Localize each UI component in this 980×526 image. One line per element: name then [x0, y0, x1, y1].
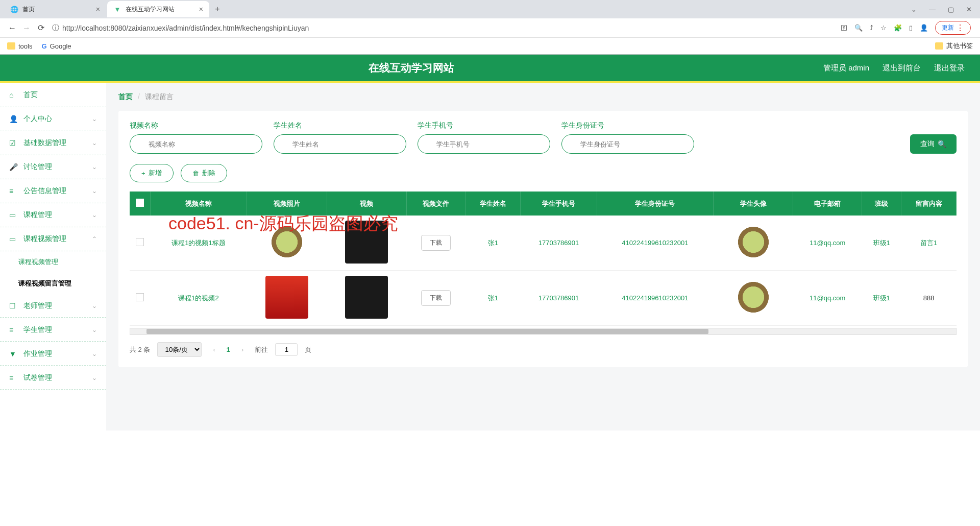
logout-link[interactable]: 退出登录 [934, 63, 965, 73]
logout-front-link[interactable]: 退出到前台 [883, 63, 921, 73]
chevron-down-icon: ⌄ [92, 139, 97, 147]
table-row: 课程1的视频1标题 下载 张1 17703786901 410224199610… [130, 216, 957, 271]
list-icon: ≡ [9, 187, 18, 195]
breadcrumb: 首页 / 课程留言 [118, 92, 968, 102]
share-icon[interactable]: ⤴ [870, 24, 873, 32]
breadcrumb-home[interactable]: 首页 [118, 92, 133, 101]
vue-icon: ▼ [113, 5, 121, 13]
user-icon: 👤 [9, 115, 18, 123]
dropdown-icon[interactable]: ⌄ [911, 6, 917, 13]
add-button[interactable]: +新增 [130, 164, 174, 182]
total-count: 共 2 条 [130, 345, 150, 354]
student-phone-input[interactable] [418, 134, 550, 154]
mic-icon: 🎤 [9, 163, 18, 171]
list-icon: ≡ [9, 326, 18, 334]
header-actions: 管理员 admin 退出到前台 退出登录 [823, 63, 980, 73]
minimize-icon[interactable]: — [929, 6, 936, 13]
avatar-thumb[interactable] [732, 221, 775, 264]
trash-icon: 🗑 [192, 170, 199, 177]
sidebar-item-course[interactable]: ▭课程管理⌄ [0, 203, 106, 227]
sidebar-item-personal[interactable]: 👤个人中心⌄ [0, 107, 106, 131]
scrollbar-thumb[interactable] [146, 329, 708, 334]
bookmark-tools[interactable]: tools [7, 42, 32, 50]
new-tab-button[interactable]: + [210, 2, 225, 16]
panel-icon[interactable]: ▯ [909, 24, 913, 32]
url-text: http://localhost:8080/zaixianxuexi/admin… [62, 24, 309, 32]
forward-button[interactable]: → [19, 21, 34, 35]
content-area: 首页 / 课程留言 视频名称 学生姓名 学生手机号 学生身份证号 [106, 83, 980, 431]
row-checkbox[interactable] [136, 293, 144, 301]
down-icon: ▼ [9, 350, 18, 358]
browser-chrome: 🌐 首页 × ▼ 在线互动学习网站 × + ⌄ — ▢ ✕ ← → ⟳ ⓘ ht… [0, 0, 980, 55]
select-all-checkbox[interactable] [136, 199, 144, 207]
download-button[interactable]: 下载 [421, 290, 451, 306]
search-icon: 🔍 [938, 140, 946, 148]
current-page[interactable]: 1 [227, 346, 230, 353]
tab-app[interactable]: ▼ 在线互动学习网站 × [107, 1, 209, 17]
sidebar-item-home[interactable]: ⌂首页 [0, 83, 106, 107]
bookmarks-bar: tools G Google 其他书签 [0, 38, 980, 54]
chevron-down-icon: ⌄ [92, 350, 97, 357]
back-button[interactable]: ← [5, 21, 19, 35]
main-panel: 视频名称 学生姓名 学生手机号 学生身份证号 查询🔍 +新增 [118, 111, 968, 367]
page-size-select[interactable]: 10条/页 [157, 342, 202, 357]
update-button[interactable]: 更新 ⋮ [935, 21, 971, 35]
sidebar-item-student[interactable]: ≡学生管理⌄ [0, 318, 106, 342]
close-icon[interactable]: × [199, 5, 203, 13]
rect-icon: ▭ [9, 235, 18, 243]
photo-thumb[interactable] [265, 276, 308, 319]
action-buttons: +新增 🗑删除 [130, 164, 957, 182]
sidebar-item-homework[interactable]: ▼作业管理⌄ [0, 342, 106, 366]
photo-thumb[interactable] [265, 221, 308, 264]
video-thumb[interactable] [345, 276, 388, 319]
goto-page-input[interactable] [275, 343, 298, 356]
horizontal-scrollbar[interactable] [130, 328, 957, 335]
browser-toolbar: ← → ⟳ ⓘ http://localhost:8080/zaixianxue… [0, 18, 980, 38]
video-thumb[interactable] [345, 221, 388, 264]
list-icon: ≡ [9, 374, 18, 382]
folder-icon [935, 42, 943, 50]
query-button[interactable]: 查询🔍 [910, 134, 957, 154]
reload-button[interactable]: ⟳ [34, 21, 48, 35]
chevron-down-icon: ⌄ [92, 211, 97, 219]
maximize-icon[interactable]: ▢ [948, 6, 954, 13]
sidebar-item-exam[interactable]: ≡试卷管理⌄ [0, 366, 106, 390]
star-icon[interactable]: ☆ [880, 24, 887, 32]
filter-student-id: 学生身份证号 [561, 121, 694, 154]
sidebar-sub-videomgr[interactable]: 课程视频管理 [0, 251, 106, 273]
zoom-icon[interactable]: 🔍 [854, 24, 863, 32]
next-page-button[interactable]: › [237, 346, 248, 353]
close-icon[interactable]: × [96, 5, 100, 13]
bookmark-other[interactable]: 其他书签 [935, 41, 973, 51]
sidebar-item-notice[interactable]: ≡公告信息管理⌄ [0, 179, 106, 203]
sidebar-item-teacher[interactable]: ☐老师管理⌄ [0, 294, 106, 318]
delete-button[interactable]: 🗑删除 [181, 164, 227, 182]
url-bar[interactable]: ⓘ http://localhost:8080/zaixianxuexi/adm… [52, 23, 832, 33]
student-id-input[interactable] [561, 134, 694, 154]
prev-page-button[interactable]: ‹ [209, 346, 219, 353]
menu-dots-icon: ⋮ [956, 23, 964, 33]
tab-title: 首页 [22, 5, 96, 14]
avatar-icon[interactable]: 👤 [920, 24, 928, 32]
extension-icon[interactable]: 🧩 [894, 24, 902, 32]
student-name-input[interactable] [274, 134, 406, 154]
download-button[interactable]: 下载 [421, 235, 451, 251]
sidebar-sub-videomsg[interactable]: 课程视频留言管理 [0, 273, 106, 294]
avatar-thumb[interactable] [732, 276, 775, 319]
tab-home[interactable]: 🌐 首页 × [4, 1, 106, 17]
chevron-down-icon: ⌄ [92, 163, 97, 171]
sidebar-item-basedata[interactable]: ☑基础数据管理⌄ [0, 131, 106, 155]
video-name-input[interactable] [130, 134, 262, 154]
check-icon: ☑ [9, 139, 18, 147]
breadcrumb-current: 课程留言 [145, 92, 174, 101]
filter-student-phone: 学生手机号 [418, 121, 550, 154]
key-icon[interactable]: ⚿ [841, 24, 847, 32]
folder-icon [7, 42, 15, 50]
close-window-icon[interactable]: ✕ [966, 6, 972, 13]
sidebar-item-coursevideo[interactable]: ▭课程视频管理⌃ [0, 227, 106, 251]
sidebar-item-discuss[interactable]: 🎤讨论管理⌄ [0, 155, 106, 179]
bookmark-google[interactable]: G Google [41, 42, 71, 50]
admin-label[interactable]: 管理员 admin [823, 63, 869, 73]
row-checkbox[interactable] [136, 238, 144, 246]
tab-title: 在线互动学习网站 [126, 5, 199, 14]
